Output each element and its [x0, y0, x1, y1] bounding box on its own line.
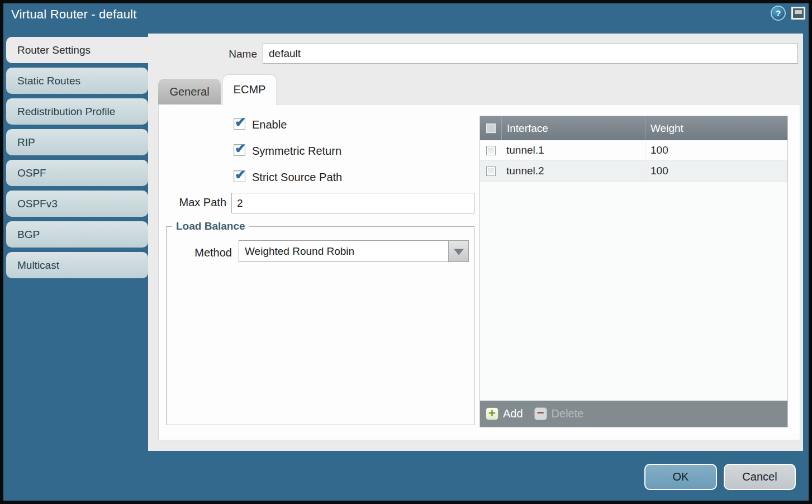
delete-button[interactable]: − Delete [534, 407, 584, 420]
check-icon: ✔ [235, 167, 246, 183]
check-icon: ✔ [235, 115, 246, 130]
table-row-tunnel-2[interactable]: tunnel.2 100 [480, 161, 787, 182]
table-empty-area [480, 182, 787, 401]
select-all-checkbox[interactable] [486, 123, 496, 134]
sidebar-item-static-routes[interactable]: Static Routes [6, 68, 148, 94]
sidebar-item-redistribution-profile[interactable]: Redistribution Profile [6, 98, 148, 125]
enable-checkbox[interactable]: ✔ [234, 118, 245, 130]
strict-source-path-checkbox[interactable]: ✔ [234, 170, 245, 182]
sidebar-item-router-settings[interactable]: Router Settings [6, 37, 148, 63]
max-path-label: Max Path [150, 196, 226, 209]
add-label: Add [503, 407, 523, 420]
add-button[interactable]: + Add [486, 407, 523, 420]
restore-inner-rect [795, 10, 802, 14]
cell-weight: 100 [645, 161, 787, 181]
cell-weight: 100 [645, 140, 787, 160]
row-checkbox[interactable] [486, 146, 496, 155]
sidebar-item-ospfv3[interactable]: OSPFv3 [6, 191, 148, 217]
sidebar-item-bgp[interactable]: BGP [6, 221, 148, 248]
check-icon: ✔ [235, 141, 246, 156]
restore-window-icon[interactable] [791, 7, 805, 20]
help-glyph: ? [776, 8, 781, 18]
cell-interface: tunnel.2 [501, 165, 645, 177]
minus-icon: − [534, 407, 547, 420]
name-input[interactable] [263, 44, 798, 64]
chevron-down-icon [454, 249, 464, 255]
table-row-tunnel-1[interactable]: tunnel.1 100 [480, 140, 787, 161]
load-balance-legend: Load Balance [172, 220, 249, 232]
table-header: Interface Weight [480, 116, 787, 140]
row-checkbox[interactable] [486, 167, 496, 176]
method-select[interactable]: Weighted Round Robin [239, 240, 469, 262]
delete-label: Delete [552, 407, 584, 420]
interface-table: Interface Weight tunnel.1 100 tunnel.2 1… [479, 116, 788, 427]
sidebar-item-multicast[interactable]: Multicast [6, 252, 148, 278]
strict-source-path-label: Strict Source Path [252, 171, 342, 184]
sidebar-item-ospf[interactable]: OSPF [6, 160, 148, 186]
ok-button[interactable]: OK [644, 464, 717, 490]
column-header-interface: Interface [501, 116, 645, 140]
column-header-weight: Weight [645, 116, 787, 140]
symmetric-return-label: Symmetric Return [252, 145, 341, 158]
name-label: Name [184, 48, 257, 60]
cell-interface: tunnel.1 [501, 144, 645, 156]
enable-label: Enable [252, 118, 287, 131]
virtual-router-dialog: Virtual Router - default ? Router Settin… [0, 0, 812, 504]
window-title: Virtual Router - default [11, 7, 137, 22]
symmetric-return-checkbox[interactable]: ✔ [234, 144, 245, 156]
sidebar: Router Settings Static Routes Redistribu… [6, 37, 148, 283]
method-value: Weighted Round Robin [245, 245, 354, 257]
dropdown-button[interactable] [448, 241, 468, 261]
table-toolbar: + Add − Delete [480, 401, 787, 427]
tab-ecmp[interactable]: ECMP [223, 75, 276, 107]
plus-icon: + [486, 407, 498, 420]
cancel-button[interactable]: Cancel [724, 464, 796, 490]
sidebar-item-rip[interactable]: RIP [6, 129, 148, 155]
help-icon[interactable]: ? [771, 6, 786, 21]
method-label: Method [156, 246, 232, 259]
tab-general[interactable]: General [158, 79, 221, 104]
max-path-input[interactable] [231, 193, 474, 213]
